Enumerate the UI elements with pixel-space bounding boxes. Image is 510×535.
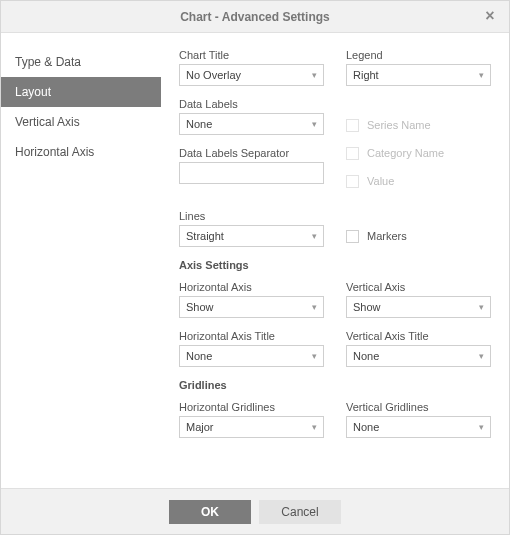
content-panel: Chart Title No Overlay ▾ Legend Right ▾ bbox=[161, 33, 509, 488]
legend-label: Legend bbox=[346, 49, 491, 61]
sidebar: Type & Data Layout Vertical Axis Horizon… bbox=[1, 33, 161, 488]
markers-label: Markers bbox=[367, 230, 407, 242]
series-name-checkbox: Series Name bbox=[346, 114, 491, 136]
h-grid-value: Major bbox=[186, 421, 214, 433]
chevron-down-icon: ▾ bbox=[312, 302, 317, 312]
h-axis-title-label: Horizontal Axis Title bbox=[179, 330, 324, 342]
dialog-footer: OK Cancel bbox=[1, 488, 509, 534]
sidebar-item-vertical-axis[interactable]: Vertical Axis bbox=[1, 107, 161, 137]
data-labels-select[interactable]: None ▾ bbox=[179, 113, 324, 135]
separator-label: Data Labels Separator bbox=[179, 147, 324, 159]
lines-value: Straight bbox=[186, 230, 224, 242]
chevron-down-icon: ▾ bbox=[312, 422, 317, 432]
series-name-label: Series Name bbox=[367, 119, 431, 131]
data-labels-value: None bbox=[186, 118, 212, 130]
v-grid-value: None bbox=[353, 421, 379, 433]
legend-value: Right bbox=[353, 69, 379, 81]
markers-checkbox[interactable]: Markers bbox=[346, 225, 491, 247]
value-label: Value bbox=[367, 175, 394, 187]
v-axis-select[interactable]: Show ▾ bbox=[346, 296, 491, 318]
chart-title-label: Chart Title bbox=[179, 49, 324, 61]
v-axis-title-value: None bbox=[353, 350, 379, 362]
chevron-down-icon: ▾ bbox=[479, 302, 484, 312]
h-grid-select[interactable]: Major ▾ bbox=[179, 416, 324, 438]
chevron-down-icon: ▾ bbox=[479, 351, 484, 361]
gridlines-heading: Gridlines bbox=[179, 379, 491, 391]
h-axis-title-value: None bbox=[186, 350, 212, 362]
chevron-down-icon: ▾ bbox=[479, 70, 484, 80]
category-name-checkbox: Category Name bbox=[346, 142, 491, 164]
chevron-down-icon: ▾ bbox=[312, 231, 317, 241]
h-axis-label: Horizontal Axis bbox=[179, 281, 324, 293]
title-bar: Chart - Advanced Settings × bbox=[1, 1, 509, 33]
h-axis-value: Show bbox=[186, 301, 214, 313]
checkbox-box-icon bbox=[346, 175, 359, 188]
value-checkbox: Value bbox=[346, 170, 491, 192]
v-grid-select[interactable]: None ▾ bbox=[346, 416, 491, 438]
close-icon[interactable]: × bbox=[481, 7, 499, 25]
v-axis-title-select[interactable]: None ▾ bbox=[346, 345, 491, 367]
dialog-chart-advanced-settings: Chart - Advanced Settings × Type & Data … bbox=[0, 0, 510, 535]
chart-title-select[interactable]: No Overlay ▾ bbox=[179, 64, 324, 86]
dialog-title: Chart - Advanced Settings bbox=[180, 10, 330, 24]
cancel-button[interactable]: Cancel bbox=[259, 500, 341, 524]
v-axis-label: Vertical Axis bbox=[346, 281, 491, 293]
sidebar-item-horizontal-axis[interactable]: Horizontal Axis bbox=[1, 137, 161, 167]
data-labels-label: Data Labels bbox=[179, 98, 324, 110]
checkbox-box-icon bbox=[346, 147, 359, 160]
chevron-down-icon: ▾ bbox=[479, 422, 484, 432]
lines-select[interactable]: Straight ▾ bbox=[179, 225, 324, 247]
h-axis-select[interactable]: Show ▾ bbox=[179, 296, 324, 318]
chevron-down-icon: ▾ bbox=[312, 119, 317, 129]
lines-label: Lines bbox=[179, 210, 324, 222]
v-axis-title-label: Vertical Axis Title bbox=[346, 330, 491, 342]
v-grid-label: Vertical Gridlines bbox=[346, 401, 491, 413]
h-grid-label: Horizontal Gridlines bbox=[179, 401, 324, 413]
checkbox-box-icon bbox=[346, 119, 359, 132]
category-name-label: Category Name bbox=[367, 147, 444, 159]
h-axis-title-select[interactable]: None ▾ bbox=[179, 345, 324, 367]
checkbox-box-icon bbox=[346, 230, 359, 243]
dialog-body: Type & Data Layout Vertical Axis Horizon… bbox=[1, 33, 509, 488]
separator-input[interactable] bbox=[179, 162, 324, 184]
legend-select[interactable]: Right ▾ bbox=[346, 64, 491, 86]
chevron-down-icon: ▾ bbox=[312, 70, 317, 80]
chevron-down-icon: ▾ bbox=[312, 351, 317, 361]
chart-title-value: No Overlay bbox=[186, 69, 241, 81]
sidebar-item-type-data[interactable]: Type & Data bbox=[1, 47, 161, 77]
axis-settings-heading: Axis Settings bbox=[179, 259, 491, 271]
v-axis-value: Show bbox=[353, 301, 381, 313]
sidebar-item-layout[interactable]: Layout bbox=[1, 77, 161, 107]
ok-button[interactable]: OK bbox=[169, 500, 251, 524]
